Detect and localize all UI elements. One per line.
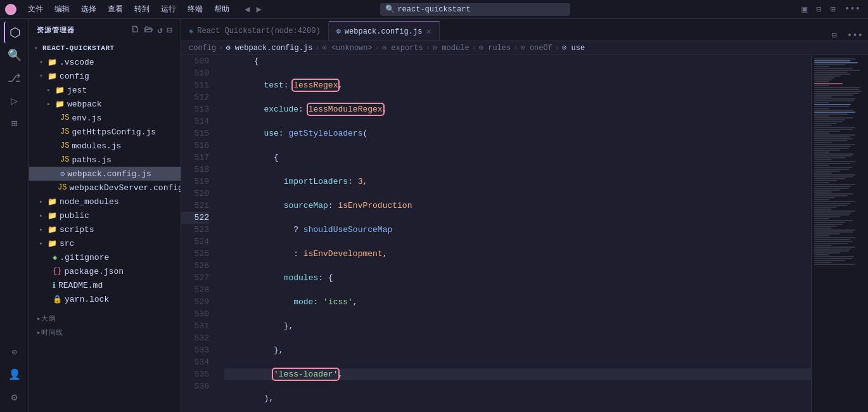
line-516: ? shouldUseSourceMap: [224, 224, 811, 236]
sidebar-item-readme[interactable]: ▸ ℹ README.md: [29, 278, 181, 292]
editor-area: ⚛ React Quickstart(node:4200) ⚙ webpack.…: [181, 19, 868, 412]
breadcrumb-use[interactable]: ⊙ use: [562, 43, 585, 53]
search-text: react-quickstart: [397, 5, 470, 14]
menu-help[interactable]: 帮助: [209, 3, 234, 16]
activity-explorer[interactable]: ⬡: [4, 22, 25, 43]
menu-terminal[interactable]: 终端: [182, 3, 208, 16]
activity-extensions[interactable]: ⊞: [4, 113, 25, 134]
public-label: public: [60, 211, 89, 221]
line-522: 'less-loader',: [224, 368, 811, 380]
line-511: exclude: lessModuleRegex,: [224, 103, 811, 115]
nav-forward[interactable]: ▶: [253, 4, 264, 15]
line-512: use: getStyleLoaders(: [224, 127, 811, 139]
scripts-label: scripts: [60, 225, 94, 235]
sidebar: 资源管理器 🗋 🗁 ↺ ⊟ ▾ REACT-QUICKSTART ▾ 📁 .vs…: [29, 19, 181, 412]
sidebar-item-scripts[interactable]: ▸ 📁 scripts: [29, 222, 181, 236]
menu-edit[interactable]: 编辑: [49, 3, 75, 16]
menu-goto[interactable]: 转到: [129, 3, 155, 16]
line-numbers: 509510511512513 514515516517518 51952052…: [181, 55, 214, 412]
sidebar-item-yarnlock[interactable]: ▸ 🔒 yarn.lock: [29, 292, 181, 306]
sidebar-item-public[interactable]: ▸ 📁 public: [29, 209, 181, 222]
breadcrumb-module[interactable]: ⊙ module: [433, 43, 469, 53]
code-container: 509510511512513 514515516517518 51952052…: [181, 55, 868, 412]
sidebar-item-config[interactable]: ▾ 📁 config: [29, 69, 181, 83]
breadcrumb-exports[interactable]: ⊙ exports: [382, 43, 423, 53]
window-layout-icon[interactable]: ▣: [799, 4, 809, 15]
line-510: test: lessRegex,: [224, 79, 811, 91]
menu-run[interactable]: 运行: [156, 3, 181, 16]
sidebar-item-envjs[interactable]: ▸ JS env.js: [29, 111, 181, 125]
tab-close-icon[interactable]: ✕: [426, 26, 431, 37]
tab-webpack-icon: ⚙: [336, 27, 341, 36]
sidebar-item-modules[interactable]: ▸ JS modules.js: [29, 139, 181, 153]
line-514: importLoaders: 3,: [224, 176, 811, 188]
sidebar-item-nodemodules[interactable]: ▸ 📁 node_modules: [29, 195, 181, 209]
line-517: : isEnvDevelopment,: [224, 248, 811, 260]
breadcrumb-rules[interactable]: ⊙ rules: [479, 43, 511, 53]
window-split-icon[interactable]: ⊟: [814, 4, 824, 15]
outline-section[interactable]: ▸ 大纲: [29, 311, 181, 325]
editor-tabs: ⚛ React Quickstart(node:4200) ⚙ webpack.…: [181, 19, 868, 41]
breadcrumb-sep2: ›: [315, 44, 319, 53]
line-520: },: [224, 320, 811, 332]
line-523: ),: [224, 392, 811, 404]
project-root[interactable]: ▾ REACT-QUICKSTART: [29, 41, 181, 55]
tab-webpack-config[interactable]: ⚙ webpack.config.js ✕: [329, 22, 440, 41]
nav-back[interactable]: ◀: [242, 4, 252, 15]
menu-file[interactable]: 文件: [23, 3, 48, 16]
activity-settings[interactable]: ⚙: [4, 387, 25, 408]
sidebar-item-packagejson[interactable]: ▸ {} package.json: [29, 264, 181, 278]
nodemodules-label: node_modules: [60, 197, 119, 207]
breadcrumb-sep7: ›: [555, 44, 559, 53]
new-folder-icon[interactable]: 🗁: [144, 25, 153, 35]
timeline-section[interactable]: ▸ 时间线: [29, 325, 181, 339]
src-label: src: [60, 239, 74, 248]
menu-view[interactable]: 查看: [103, 3, 128, 16]
tab-split-icon[interactable]: ⊟: [826, 30, 841, 41]
refresh-icon[interactable]: ↺: [157, 25, 163, 35]
new-file-icon[interactable]: 🗋: [131, 25, 140, 35]
sidebar-item-paths[interactable]: ▸ JS paths.js: [29, 153, 181, 167]
sidebar-item-src[interactable]: ▸ 📁 src: [29, 236, 181, 250]
collapse-icon[interactable]: ⊟: [167, 25, 173, 35]
tab-react-icon: ⚛: [189, 27, 193, 36]
window-more-icon[interactable]: •••: [842, 4, 863, 15]
breadcrumb-oneof[interactable]: ⊙ oneOf: [520, 43, 552, 53]
sidebar-item-gethttps[interactable]: ▸ JS getHttpsConfig.js: [29, 125, 181, 139]
code-editor[interactable]: { test: lessRegex, exclude: lessModuleRe…: [214, 55, 811, 412]
activitybar: ⬡ 🔍 ⎇ ▷ ⊞ ⊙ 👤 ⚙: [0, 19, 29, 412]
sidebar-item-webpackdev[interactable]: ▸ JS webpackDevServer.config.js: [29, 181, 181, 195]
tab-react-quickstart[interactable]: ⚛ React Quickstart(node:4200): [181, 22, 329, 41]
breadcrumb-sep5: ›: [472, 44, 476, 53]
breadcrumb-webpack[interactable]: ⚙ webpack.config.js: [226, 43, 312, 53]
activity-remote[interactable]: ⊙: [4, 341, 25, 363]
activity-account[interactable]: 👤: [4, 364, 25, 385]
modules-label: modules.js: [72, 141, 121, 151]
sidebar-item-webpackconfig[interactable]: ▸ ⚙ webpack.config.js: [29, 167, 181, 181]
gethttps-label: getHttpsConfig.js: [72, 127, 156, 137]
timeline-label: 时间线: [41, 328, 63, 337]
gitignore-label: .gitignore: [60, 253, 109, 262]
sidebar-item-gitignore[interactable]: ▸ ◈ .gitignore: [29, 250, 181, 264]
menu-select[interactable]: 选择: [76, 3, 101, 16]
tab-webpack-label: webpack.config.js: [345, 27, 422, 36]
sidebar-toolbar: 🗋 🗁 ↺ ⊟: [131, 25, 173, 35]
sidebar-header: 资源管理器 🗋 🗁 ↺ ⊟: [29, 19, 181, 41]
paths-label: paths.js: [72, 155, 111, 165]
breadcrumb-unknown[interactable]: ⊙ <unknown>: [322, 43, 372, 53]
breadcrumb-sep6: ›: [513, 44, 518, 53]
breadcrumb-config[interactable]: config: [189, 44, 216, 53]
activity-run[interactable]: ▷: [4, 90, 25, 112]
menu-bar: 文件 编辑 选择 查看 转到 运行 终端 帮助: [23, 3, 234, 16]
sidebar-item-vscode[interactable]: ▾ 📁 .vscode: [29, 55, 181, 69]
activity-source-control[interactable]: ⎇: [4, 67, 25, 89]
vscode-label: .vscode: [60, 58, 94, 67]
sidebar-item-webpack[interactable]: ▸ 📁 webpack: [29, 97, 181, 111]
tab-more-icon[interactable]: •••: [842, 30, 868, 41]
breadcrumb-sep1: ›: [219, 44, 223, 53]
title-search[interactable]: 🔍 react-quickstart: [380, 3, 570, 16]
breadcrumb: config › ⚙ webpack.config.js › ⊙ <unknow…: [181, 41, 868, 55]
sidebar-item-jest[interactable]: ▸ 📁 jest: [29, 83, 181, 97]
activity-search[interactable]: 🔍: [4, 44, 25, 66]
window-layout2-icon[interactable]: ⊞: [827, 4, 838, 15]
